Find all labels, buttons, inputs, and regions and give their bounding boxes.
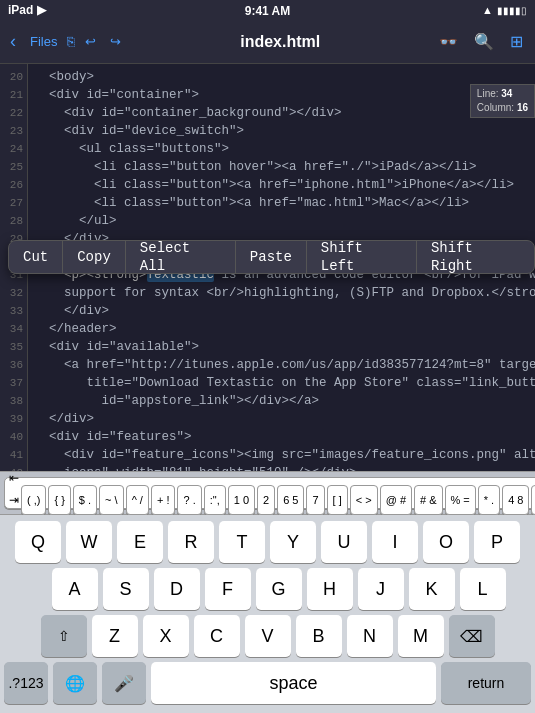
wifi-icon: ▲ (482, 4, 493, 16)
code-line: title="Download Textastic on the App Sto… (34, 374, 529, 392)
code-line: <li class="button"><a href="iphone.html"… (34, 176, 529, 194)
context-menu-item-shift-right[interactable]: Shift Right (417, 241, 534, 273)
accessory-key-8[interactable]: 1 0 (228, 485, 255, 515)
context-menu-item-paste[interactable]: Paste (236, 241, 307, 273)
code-line: id="appstore_link"></div></a> (34, 392, 529, 410)
space-key[interactable]: space (151, 662, 436, 704)
files-button[interactable]: Files (24, 30, 63, 53)
code-line: </div> (34, 410, 529, 428)
code-line: <div id="container"> (34, 86, 529, 104)
search-icon[interactable]: 🔍 (468, 28, 500, 55)
accessory-key-17[interactable]: * . (478, 485, 500, 515)
accessory-key-16[interactable]: % = (445, 485, 476, 515)
tab-nav-button[interactable]: ⇤ ⇥( ,){ }$ .~ \^ /+ !? .:",1 026 57[ ]<… (4, 477, 535, 509)
key-t[interactable]: T (219, 521, 265, 563)
accessory-key-10[interactable]: 6 5 (277, 485, 304, 515)
accessory-key-15[interactable]: # & (414, 485, 443, 515)
file-name: index.html (131, 33, 429, 51)
key-s[interactable]: S (103, 568, 149, 610)
accessory-key-0[interactable]: ( ,) (21, 485, 46, 515)
context-menu-item-select-all[interactable]: Select All (126, 241, 236, 273)
code-line: <div id="features"> (34, 428, 529, 446)
accessory-key-7[interactable]: :", (204, 485, 226, 515)
toolbar: ‹ Files ⎘ ↩ ↪ index.html 👓 🔍 ⊞ Line: 34 … (0, 20, 535, 64)
accessory-key-2[interactable]: $ . (73, 485, 97, 515)
code-line: <div id="device_switch"> (34, 122, 529, 140)
context-menu: CutCopySelect AllPasteShift LeftShift Ri… (8, 240, 535, 274)
code-line: <li class="button"><a href="mac.html">Ma… (34, 194, 529, 212)
file-icon: ⎘ (67, 34, 75, 49)
glasses-icon[interactable]: 👓 (433, 29, 464, 55)
accessory-key-4[interactable]: ^ / (126, 485, 149, 515)
accessory-key-1[interactable]: { } (48, 485, 70, 515)
code-line: </header> (34, 320, 529, 338)
accessory-key-14[interactable]: @ # (380, 485, 412, 515)
context-menu-item-cut[interactable]: Cut (9, 241, 63, 273)
back-icon[interactable]: ‹ (6, 31, 20, 52)
shift-key[interactable]: ⇧ (41, 615, 87, 657)
accessory-key-3[interactable]: ~ \ (99, 485, 124, 515)
key-b[interactable]: B (296, 615, 342, 657)
key-r[interactable]: R (168, 521, 214, 563)
code-line: </ul> (34, 212, 529, 230)
context-menu-item-copy[interactable]: Copy (63, 241, 126, 273)
key-e[interactable]: E (117, 521, 163, 563)
key-o[interactable]: O (423, 521, 469, 563)
accessory-key-18[interactable]: 4 8 (502, 485, 529, 515)
microphone-key[interactable]: 🎤 (102, 662, 146, 704)
accessory-key-6[interactable]: ? . (177, 485, 201, 515)
redo-button[interactable]: ↪ (104, 30, 127, 53)
emoji-key[interactable]: 🌐 (53, 662, 97, 704)
battery-icon: ▮▮▮▮▯ (497, 5, 527, 16)
accessory-key-13[interactable]: < > (350, 485, 378, 515)
accessory-key-9[interactable]: 2 (257, 485, 275, 515)
code-line: <body> (34, 68, 529, 86)
code-line: <div id="container_background"></div> (34, 104, 529, 122)
key-p[interactable]: P (474, 521, 520, 563)
delete-key[interactable]: ⌫ (449, 615, 495, 657)
code-line: </div> (34, 302, 529, 320)
grid-icon[interactable]: ⊞ (504, 28, 529, 55)
key-d[interactable]: D (154, 568, 200, 610)
return-key[interactable]: return (441, 662, 531, 704)
key-i[interactable]: I (372, 521, 418, 563)
accessory-bar: ⇤ ⇥( ,){ }$ .~ \^ /+ !? .:",1 026 57[ ]<… (0, 471, 535, 515)
status-bar: iPad ▶ 9:41 AM ▲ ▮▮▮▮▯ (0, 0, 535, 20)
key-l[interactable]: L (460, 568, 506, 610)
main-keyboard: QWERTYUIOPASDFGHJKL⇧ZXCVBNM⌫.?123🌐🎤space… (0, 515, 535, 713)
carrier-label: iPad ▶ (8, 3, 46, 17)
accessory-key-19[interactable]: 9 (531, 485, 535, 515)
key-g[interactable]: G (256, 568, 302, 610)
key-y[interactable]: Y (270, 521, 316, 563)
accessory-key-11[interactable]: 7 (306, 485, 324, 515)
line-column-info: Line: 34 Column: 16 (470, 84, 535, 118)
key-z[interactable]: Z (92, 615, 138, 657)
key-n[interactable]: N (347, 615, 393, 657)
code-line: <a href="http://itunes.apple.com/us/app/… (34, 356, 529, 374)
key-j[interactable]: J (358, 568, 404, 610)
key-k[interactable]: K (409, 568, 455, 610)
undo-button[interactable]: ↩ (79, 30, 102, 53)
key-v[interactable]: V (245, 615, 291, 657)
code-line: icons" width="81" height="510" /></div> (34, 464, 529, 471)
key-c[interactable]: C (194, 615, 240, 657)
key-m[interactable]: M (398, 615, 444, 657)
editor-area[interactable]: 2021222324252627282930313233343536373839… (0, 64, 535, 471)
numbers-key[interactable]: .?123 (4, 662, 48, 704)
code-line: <div id="feature_icons"><img src="images… (34, 446, 529, 464)
code-line: <li class="button hover"><a href="./">iP… (34, 158, 529, 176)
key-u[interactable]: U (321, 521, 367, 563)
key-a[interactable]: A (52, 568, 98, 610)
accessory-key-12[interactable]: [ ] (327, 485, 348, 515)
context-menu-item-shift-left[interactable]: Shift Left (307, 241, 417, 273)
accessory-key-5[interactable]: + ! (151, 485, 176, 515)
key-h[interactable]: H (307, 568, 353, 610)
key-q[interactable]: Q (15, 521, 61, 563)
code-line: support for syntax <br/>highlighting, (S… (34, 284, 529, 302)
key-f[interactable]: F (205, 568, 251, 610)
code-line: <ul class="buttons"> (34, 140, 529, 158)
status-time: 9:41 AM (245, 4, 291, 18)
key-w[interactable]: W (66, 521, 112, 563)
key-x[interactable]: X (143, 615, 189, 657)
code-line: <div id="available"> (34, 338, 529, 356)
